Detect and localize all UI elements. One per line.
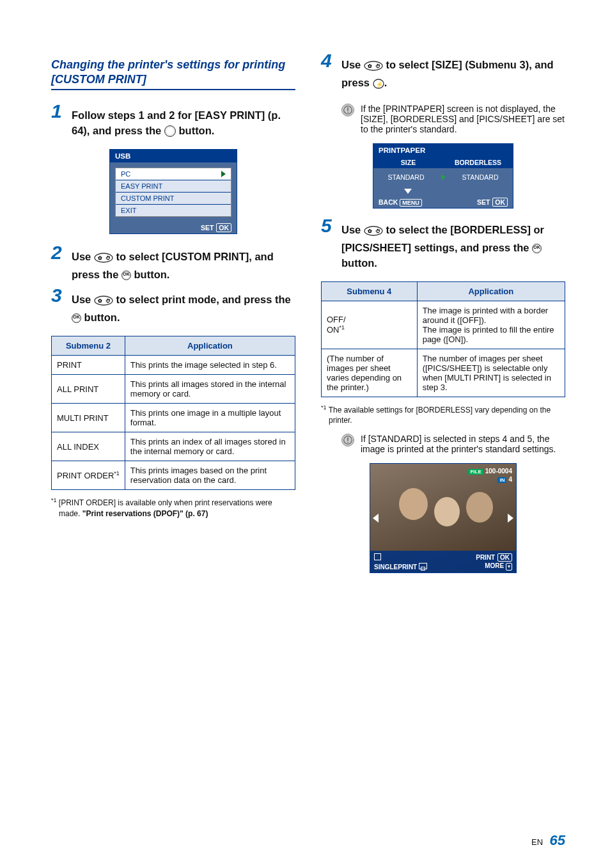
photo-preview: FILE100-0004 IN4 PRINT OK SINGLEPRINT MO…: [370, 463, 517, 573]
printpaper-col-size: SIZE: [373, 157, 443, 168]
step4-text-c: .: [384, 77, 387, 88]
up-down-button-icon: ✿⏱: [94, 295, 113, 310]
ok-func-button-icon: OK: [72, 313, 81, 323]
printpaper-set[interactable]: SET OK: [477, 198, 508, 206]
step3-text-c: button.: [81, 312, 120, 323]
table-val: This prints an index of all images store…: [125, 432, 295, 461]
page-number: EN 65: [531, 832, 565, 849]
table-val: The image is printed with a border aroun…: [417, 301, 565, 349]
table-val: This prints all images stored in the int…: [125, 375, 295, 404]
svg-text:⏱: ⏱: [106, 298, 111, 304]
table-header: Submenu 2: [52, 336, 125, 356]
table-row: OFF/ ON*1 The image is printed with a bo…: [322, 301, 565, 349]
footnote: *1 [PRINT ORDER] is available only when …: [51, 496, 295, 519]
step2-text-a: Use: [72, 251, 94, 262]
table-val: This prints the image selected in step 6…: [125, 356, 295, 375]
usb-item-pc[interactable]: PC: [116, 168, 231, 180]
svg-rect-18: [347, 438, 348, 441]
step-1: 1 Follow steps 1 and 2 for [EASY PRINT] …: [51, 108, 295, 139]
file-number: 100-0004: [485, 468, 512, 475]
step-number: 4: [321, 51, 332, 70]
svg-text:⏱: ⏱: [375, 228, 380, 234]
crop-icon: [374, 553, 381, 560]
chevron-right-icon: [221, 171, 226, 177]
table-val: The number of images per sheet ([PICS/SH…: [417, 349, 565, 397]
step-number: 3: [51, 286, 62, 305]
step-number: 2: [51, 243, 62, 262]
svg-text:✿: ✿: [368, 228, 372, 234]
footnote-ref: *1: [114, 470, 120, 477]
svg-text:✿: ✿: [98, 255, 102, 261]
usb-item-custom-print[interactable]: CUSTOM PRINT: [116, 193, 231, 205]
down-icon: ▾: [506, 563, 512, 571]
step-3: 3 Use ✿⏱ to select print mode, and press…: [51, 292, 295, 326]
printpaper-screen: PRINTPAPER SIZE BORDERLESS STANDARD STAN…: [373, 143, 513, 209]
table-key: ALL INDEX: [52, 432, 125, 461]
up-down-button-icon: ✿⏱: [364, 225, 383, 241]
table-key: ALL PRINT: [52, 375, 125, 404]
usb-item-easy-print[interactable]: EASY PRINT: [116, 180, 231, 193]
svg-text:⚡: ⚡: [376, 81, 384, 88]
menu-icon: MENU: [400, 199, 422, 207]
step3-text-a: Use: [72, 294, 94, 305]
photo-print-hint[interactable]: PRINT OK: [476, 554, 512, 561]
table-row: PRINT ORDER*1 This prints images based o…: [52, 461, 295, 490]
table-key: (The number of images per sheet varies d…: [322, 349, 418, 397]
ok-func-button-icon: OK: [121, 271, 131, 280]
table-key-line2: ON: [327, 325, 340, 335]
nav-right-icon[interactable]: [508, 514, 513, 523]
note-4: If the [PRINTPAPER] screen is not displa…: [321, 104, 565, 134]
usb-item-label: PC: [121, 170, 130, 178]
step-number: 5: [321, 216, 332, 235]
up-down-button-icon: ✿⏱: [364, 60, 383, 75]
footnote-marker: *1: [51, 497, 57, 503]
table-row: PRINT This prints the image selected in …: [52, 356, 295, 375]
up-down-button-icon: ✿⏱: [94, 252, 113, 267]
svg-text:✿: ✿: [98, 298, 102, 304]
nav-left-icon[interactable]: [373, 514, 379, 523]
note-text: If the [PRINTPAPER] screen is not displa…: [361, 104, 565, 134]
page-no: 65: [550, 832, 565, 848]
step5-text-c: button.: [341, 257, 377, 269]
disp-button-icon: [164, 125, 176, 137]
table-header: Application: [125, 336, 295, 356]
table-key-line1: OFF/: [327, 315, 346, 324]
back-label: BACK: [379, 198, 398, 206]
more-label: MORE: [485, 562, 504, 569]
footnote: *1 The available settings for [BORDERLES…: [321, 404, 565, 427]
footnote-marker: *1: [321, 404, 327, 411]
table-key: MULTI PRINT: [52, 404, 125, 432]
svg-rect-13: [347, 112, 348, 113]
caution-icon: [341, 104, 354, 116]
usb-header: USB: [110, 150, 237, 162]
step1-text-b: button.: [176, 125, 214, 136]
table-key: OFF/ ON*1: [322, 301, 418, 349]
in-tag-icon: IN: [497, 477, 506, 483]
printpaper-borderless-value[interactable]: STANDARD: [448, 168, 513, 186]
table-row: ALL PRINT This prints all images stored …: [52, 375, 295, 404]
printpaper-col-borderless: BORDERLESS: [443, 157, 513, 168]
usb-set-label: SET: [201, 224, 214, 232]
right-button-icon: ⚡: [373, 78, 384, 93]
table-row: MULTI PRINT This prints one image in a m…: [52, 404, 295, 432]
printpaper-size-value[interactable]: STANDARD: [373, 168, 439, 186]
table-header: Submenu 4: [322, 281, 418, 301]
printpaper-back[interactable]: BACK MENU: [379, 198, 422, 206]
usb-item-label: EASY PRINT: [121, 182, 162, 190]
section-title: Changing the printer's settings for prin…: [51, 58, 295, 90]
step-4: 4 Use ✿⏱ to select [SIZE] (Submenu 3), a…: [321, 58, 565, 93]
photo-more-hint[interactable]: MORE ▾: [485, 562, 512, 571]
note-text: If [STANDARD] is selected in steps 4 and…: [361, 434, 565, 454]
chevron-right-icon: [441, 174, 446, 180]
step-2: 2 Use ✿⏱ to select [CUSTOM PRINT], and p…: [51, 249, 295, 283]
step-number: 1: [51, 102, 62, 121]
table-row: (The number of images per sheet varies d…: [322, 349, 565, 397]
note-5: If [STANDARD] is selected in steps 4 and…: [321, 434, 565, 454]
printpaper-title: PRINTPAPER: [373, 144, 513, 157]
usb-item-exit[interactable]: EXIT: [116, 205, 231, 216]
svg-text:⏱: ⏱: [375, 63, 380, 69]
table-val: This prints images based on the print re…: [125, 461, 295, 490]
svg-rect-12: [347, 107, 348, 111]
step-5: 5 Use ✿⏱ to select the [BORDERLESS] or […: [321, 223, 565, 271]
photo-singleprint-hint[interactable]: SINGLEPRINT: [374, 563, 427, 571]
